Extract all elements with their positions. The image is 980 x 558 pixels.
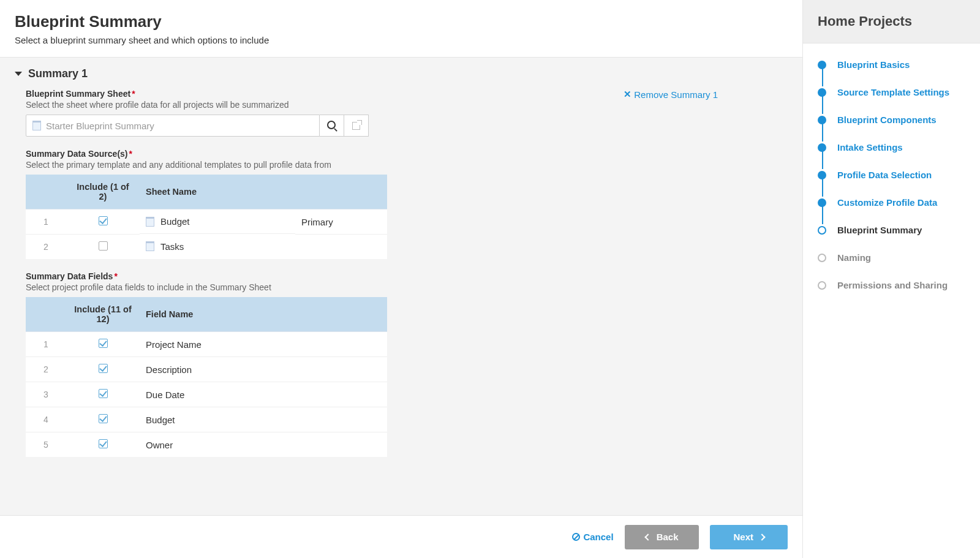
row-number: 1 xyxy=(26,209,66,235)
col-field-name: Field Name xyxy=(140,297,387,332)
primary-tag xyxy=(295,235,387,260)
step-label: Customize Profile Data xyxy=(837,197,937,208)
sheet-icon xyxy=(146,217,154,227)
wizard-step[interactable]: Blueprint Summary xyxy=(818,225,965,235)
col-include: Include (1 of 2) xyxy=(66,175,140,209)
section-data-sources: Summary Data Source(s)* Select the prima… xyxy=(26,149,718,259)
step-dot-icon xyxy=(818,88,826,97)
section-data-fields: Summary Data Fields* Select project prof… xyxy=(26,271,718,457)
wizard-step[interactable]: Profile Data Selection xyxy=(818,170,965,180)
include-checkbox[interactable] xyxy=(99,439,108,448)
step-label: Blueprint Basics xyxy=(837,59,910,70)
collapse-caret-icon[interactable] xyxy=(15,72,22,76)
cancel-icon xyxy=(572,533,580,541)
table-row: 4Budget xyxy=(26,407,387,432)
page-title: Blueprint Summary xyxy=(15,12,788,31)
data-fields-table: Include (11 of 12) Field Name 1Project N… xyxy=(26,297,387,457)
summary-sheet-input[interactable]: Starter Blueprint Summary xyxy=(26,115,320,137)
step-dot-icon xyxy=(818,171,826,179)
include-checkbox[interactable] xyxy=(99,364,108,373)
step-dot-icon xyxy=(818,143,826,152)
search-icon xyxy=(328,121,336,130)
table-row: 1Project Name xyxy=(26,332,387,357)
chevron-left-icon xyxy=(644,533,651,540)
wizard-step[interactable]: Naming xyxy=(818,252,965,263)
summary-title: Summary 1 xyxy=(28,67,88,80)
step-label: Source Template Settings xyxy=(837,87,949,97)
row-number: 2 xyxy=(26,235,66,260)
page-subtitle: Select a blueprint summary sheet and whi… xyxy=(15,35,788,45)
row-number: 4 xyxy=(26,407,66,432)
primary-tag: Primary xyxy=(295,209,387,235)
wizard-step[interactable]: Permissions and Sharing xyxy=(818,280,965,290)
external-link-icon xyxy=(352,122,360,130)
row-number: 1 xyxy=(26,332,66,357)
open-sheet-button xyxy=(344,115,369,137)
summary-sheet-placeholder: Starter Blueprint Summary xyxy=(46,121,154,131)
page-header: Blueprint Summary Select a blueprint sum… xyxy=(0,0,802,57)
section-summary-sheet: ✕ Remove Summary 1 Blueprint Summary She… xyxy=(26,89,718,137)
table-row: 2Tasks xyxy=(26,235,387,260)
row-number: 5 xyxy=(26,432,66,458)
summary-sheet-help: Select the sheet where profile data for … xyxy=(26,100,718,110)
data-fields-label: Summary Data Fields* xyxy=(26,271,718,281)
step-dot-icon xyxy=(818,254,826,262)
field-name-cell: Project Name xyxy=(140,332,387,357)
field-name-cell: Owner xyxy=(140,432,387,458)
sidebar-header: Home Projects xyxy=(803,0,980,43)
wizard-step[interactable]: Intake Settings xyxy=(818,142,965,153)
step-dot-icon xyxy=(818,61,826,69)
include-checkbox[interactable] xyxy=(99,241,108,251)
wizard-steps: Blueprint BasicsSource Template Settings… xyxy=(803,43,980,306)
field-name-cell: Description xyxy=(140,357,387,382)
sheet-icon xyxy=(32,121,41,130)
sidebar-title: Home Projects xyxy=(818,13,965,29)
step-label: Blueprint Summary xyxy=(837,225,922,235)
include-checkbox[interactable] xyxy=(99,339,108,348)
step-dot-icon xyxy=(818,281,826,290)
step-dot-icon xyxy=(818,226,826,235)
content-scroll[interactable]: Summary 1 ✕ Remove Summary 1 Blueprint S… xyxy=(0,57,802,515)
table-row: 3Due Date xyxy=(26,382,387,407)
include-checkbox[interactable] xyxy=(99,216,108,225)
data-sources-help: Select the primary template and any addi… xyxy=(26,160,718,170)
step-label: Intake Settings xyxy=(837,142,903,153)
data-sources-table: Include (1 of 2) Sheet Name 1BudgetPrima… xyxy=(26,175,387,259)
next-button[interactable]: Next xyxy=(710,525,788,549)
step-label: Blueprint Components xyxy=(837,115,937,125)
sheet-name-cell: Tasks xyxy=(140,235,295,258)
wizard-step[interactable]: Customize Profile Data xyxy=(818,197,965,208)
step-label: Permissions and Sharing xyxy=(837,280,948,290)
step-connector xyxy=(822,68,823,86)
wizard-step[interactable]: Blueprint Basics xyxy=(818,59,965,70)
sheet-icon xyxy=(146,241,154,251)
back-button[interactable]: Back xyxy=(625,525,699,549)
col-sheet-name: Sheet Name xyxy=(140,175,295,209)
step-connector xyxy=(822,206,823,224)
remove-summary-link[interactable]: ✕ Remove Summary 1 xyxy=(624,89,718,100)
step-connector xyxy=(822,151,823,169)
data-fields-help: Select project profile data fields to in… xyxy=(26,282,718,292)
field-name-cell: Due Date xyxy=(140,382,387,407)
step-label: Profile Data Selection xyxy=(837,170,932,180)
field-name-cell: Budget xyxy=(140,407,387,432)
search-sheet-button[interactable] xyxy=(320,115,344,137)
close-icon: ✕ xyxy=(624,89,631,100)
footer: Cancel Back Next xyxy=(0,515,802,558)
wizard-step[interactable]: Source Template Settings xyxy=(818,87,965,97)
table-row: 2Description xyxy=(26,357,387,382)
row-number: 3 xyxy=(26,382,66,407)
chevron-right-icon xyxy=(758,533,765,540)
step-dot-icon xyxy=(818,198,826,207)
cancel-button[interactable]: Cancel xyxy=(572,532,613,542)
row-number: 2 xyxy=(26,357,66,382)
step-label: Naming xyxy=(837,252,871,263)
include-checkbox[interactable] xyxy=(99,389,108,398)
step-connector xyxy=(822,123,823,141)
table-row: 5Owner xyxy=(26,432,387,458)
step-connector xyxy=(822,178,823,197)
include-checkbox[interactable] xyxy=(99,414,108,423)
table-row: 1BudgetPrimary xyxy=(26,209,387,235)
wizard-step[interactable]: Blueprint Components xyxy=(818,115,965,125)
col-include-fields: Include (11 of 12) xyxy=(66,297,140,332)
